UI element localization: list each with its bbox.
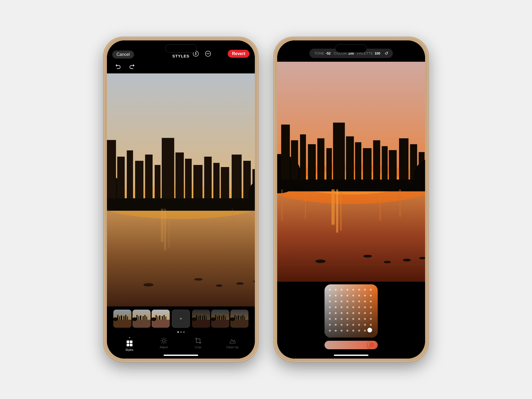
svg-point-151: [352, 289, 354, 291]
svg-rect-63: [162, 316, 163, 320]
svg-point-190: [347, 318, 348, 320]
redo-button[interactable]: [127, 62, 137, 71]
cancel-button[interactable]: Cancel: [112, 51, 134, 59]
style-thumb-2[interactable]: [132, 310, 151, 328]
crop-tab-icon: [194, 337, 202, 344]
svg-rect-62: [159, 315, 160, 320]
styles-title: STYLES: [172, 54, 189, 58]
svg-point-202: [370, 324, 372, 326]
phone-left: Cancel STYLES: [104, 37, 258, 362]
svg-rect-97: [130, 344, 132, 346]
svg-point-204: [335, 330, 337, 332]
color-slider[interactable]: [325, 341, 378, 349]
svg-point-1: [195, 52, 196, 53]
tab-active-indicator: [129, 337, 130, 338]
svg-rect-132: [331, 189, 335, 225]
svg-rect-81: [221, 316, 222, 320]
svg-point-165: [341, 301, 343, 302]
adjust-tab-label: Adjust: [160, 346, 168, 349]
svg-point-154: [370, 289, 372, 291]
svg-point-159: [352, 295, 354, 297]
bottom-panel-left: Styles: [107, 306, 255, 359]
phone-right: TONE -52 COLOR 100 PALETTE 100 ↺: [274, 37, 428, 362]
svg-rect-43: [119, 316, 120, 320]
style-thumb-4[interactable]: [192, 310, 210, 328]
style-thumb-5[interactable]: [211, 310, 229, 328]
svg-point-174: [347, 306, 348, 308]
svg-rect-121: [355, 142, 361, 184]
style-thumb-3[interactable]: [152, 310, 170, 328]
svg-point-177: [364, 306, 366, 308]
svg-rect-16: [155, 165, 160, 202]
svg-point-5: [209, 53, 210, 54]
svg-rect-44: [121, 315, 122, 320]
svg-point-180: [335, 312, 337, 314]
svg-rect-135: [281, 189, 283, 221]
svg-rect-46: [125, 315, 126, 320]
tab-styles[interactable]: Styles: [120, 337, 139, 351]
style-thumb-original[interactable]: [172, 310, 190, 328]
svg-rect-70: [198, 316, 199, 320]
dynamic-island-left: [165, 44, 197, 53]
tab-adjust[interactable]: Adjust: [155, 337, 173, 351]
svg-rect-116: [308, 144, 316, 184]
svg-rect-33: [107, 209, 108, 238]
svg-rect-133: [336, 189, 338, 232]
styles-tab-icon: [126, 340, 133, 347]
tab-cleanup[interactable]: Clean Up: [223, 337, 242, 351]
svg-point-36: [194, 278, 202, 281]
style-thumb-1[interactable]: [113, 310, 131, 328]
svg-point-173: [341, 306, 343, 308]
svg-rect-92: [244, 317, 245, 320]
svg-rect-52: [138, 316, 139, 320]
more-options-button[interactable]: [203, 49, 213, 59]
svg-rect-13: [127, 150, 133, 202]
svg-rect-61: [157, 316, 158, 320]
svg-point-142: [384, 261, 391, 263]
svg-rect-126: [399, 138, 408, 184]
svg-rect-55: [144, 315, 146, 320]
svg-point-183: [352, 312, 354, 314]
revert-button[interactable]: Revert: [228, 50, 250, 58]
svg-rect-65: [165, 317, 166, 320]
style-thumb-6[interactable]: [230, 310, 248, 328]
svg-line-105: [165, 338, 166, 339]
photo-area-right: PTOISMDP: [277, 62, 425, 282]
svg-point-155: [329, 295, 331, 297]
cleanup-tab-label: Clean Up: [226, 346, 239, 349]
svg-rect-88: [236, 316, 237, 320]
svg-rect-95: [130, 340, 132, 343]
home-indicator-left: [164, 355, 198, 356]
slider-handle[interactable]: [368, 341, 376, 349]
revert-button-area: [215, 49, 225, 59]
svg-point-4: [208, 53, 209, 54]
svg-rect-138: [379, 191, 381, 221]
palette-area: [277, 282, 425, 359]
undo-button[interactable]: [113, 62, 123, 71]
svg-point-208: [358, 330, 360, 332]
palette-grid[interactable]: [325, 284, 378, 338]
svg-point-157: [341, 295, 343, 297]
svg-rect-71: [200, 315, 201, 320]
svg-rect-64: [164, 315, 165, 320]
svg-point-153: [364, 289, 366, 291]
cleanup-tab-icon: [229, 337, 236, 344]
svg-rect-137: [305, 191, 306, 219]
svg-point-139: [315, 260, 326, 263]
svg-point-164: [335, 301, 337, 302]
svg-point-209: [364, 330, 366, 332]
page-dot-2: [180, 331, 182, 333]
palette-value: 100: [375, 51, 380, 55]
svg-point-184: [358, 312, 360, 314]
svg-rect-114: [291, 140, 298, 183]
svg-point-201: [364, 324, 366, 326]
svg-point-170: [370, 301, 372, 302]
tab-crop[interactable]: Crop: [189, 337, 207, 351]
svg-point-175: [352, 306, 354, 308]
svg-point-187: [329, 318, 331, 320]
reset-icon[interactable]: ↺: [385, 51, 388, 56]
svg-point-203: [329, 330, 331, 332]
svg-rect-94: [127, 340, 129, 343]
svg-rect-47: [127, 317, 128, 320]
svg-rect-134: [340, 191, 342, 231]
